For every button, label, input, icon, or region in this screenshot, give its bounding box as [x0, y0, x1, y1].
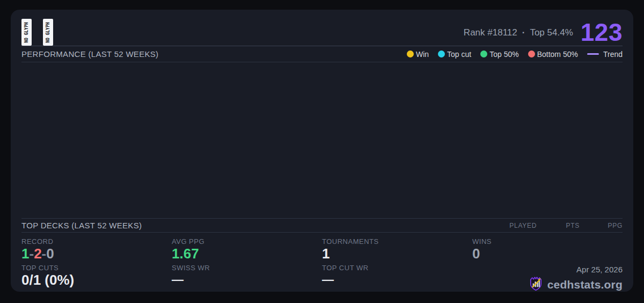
card-header: NO GLYPH NO GLYPH Rank #18112 · Top 54.4…: [21, 10, 623, 46]
swiss-wr-label: SWISS WR: [172, 264, 322, 272]
legend-item-win: Win: [407, 50, 429, 59]
swiss-wr-value: —: [172, 272, 322, 288]
page-background: NO GLYPH NO GLYPH Rank #18112 · Top 54.4…: [0, 0, 644, 303]
column-header-played: PLAYED: [494, 222, 537, 229]
top-cuts-label: TOP CUTS: [21, 264, 172, 272]
wins-value: 0: [472, 246, 623, 262]
legend-label: Top cut: [447, 50, 471, 59]
record-separator: -: [29, 246, 34, 262]
performance-section-header: PERFORMANCE (LAST 52 WEEKS) Win Top cut …: [21, 46, 623, 62]
legend-label: Bottom 50%: [537, 50, 578, 59]
tournaments-value: 1: [322, 246, 472, 262]
tournaments-label: TOURNAMENTS: [322, 237, 472, 246]
stats-column-3: TOURNAMENTS 1 TOP CUT WR —: [322, 237, 472, 293]
stats-column-2: AVG PPG 1.67 SWISS WR —: [172, 237, 322, 293]
color-identity-badges: NO GLYPH NO GLYPH: [21, 19, 53, 46]
avg-ppg-stat: AVG PPG 1.67: [172, 237, 322, 262]
rank-summary: Rank #18112 · Top 54.4% 123: [464, 21, 623, 46]
legend-item-top-cut: Top cut: [438, 50, 471, 59]
glyph-placeholder-badge: NO GLYPH: [21, 19, 32, 46]
bottom50-dot-icon: [528, 50, 535, 57]
brand-name: cedhstats.org: [547, 278, 623, 291]
trend-line-icon: [587, 53, 599, 55]
top-cut-wr-stat: TOP CUT WR —: [322, 264, 472, 288]
legend-label: Top 50%: [489, 50, 518, 59]
top-decks-column-headers: PLAYED PTS PPG: [494, 222, 623, 229]
report-date: Apr 25, 2026: [576, 265, 623, 274]
stats-column-1: RECORD 1-2-0 TOP CUTS 0/1 (0%): [21, 237, 172, 293]
card-footer: Apr 25, 2026: [472, 264, 623, 293]
wins-label: WINS: [472, 237, 623, 246]
glyph-placeholder-label: NO GLYPH: [24, 22, 29, 43]
top-decks-section-header: TOP DECKS (LAST 52 WEEKS) PLAYED PTS PPG: [21, 219, 623, 233]
record-stat: RECORD 1-2-0: [21, 237, 172, 262]
top-cut-wr-label: TOP CUT WR: [322, 264, 472, 272]
performance-title: PERFORMANCE (LAST 52 WEEKS): [21, 49, 158, 59]
legend-item-trend: Trend: [587, 50, 623, 59]
legend-label: Win: [416, 50, 429, 59]
cedhstats-shield-logo-icon: [529, 276, 543, 293]
glyph-placeholder-label: NO GLYPH: [46, 22, 50, 43]
dot-separator: ·: [522, 27, 525, 38]
player-stats-card: NO GLYPH NO GLYPH Rank #18112 · Top 54.4…: [11, 10, 633, 292]
column-header-pts: PTS: [537, 222, 580, 229]
points-value: 123: [581, 21, 623, 45]
record-label: RECORD: [21, 237, 172, 246]
tournaments-stat: TOURNAMENTS 1: [322, 237, 472, 262]
legend-item-top50: Top 50%: [480, 50, 518, 59]
rank-text: Rank #18112: [464, 27, 517, 38]
record-wins: 1: [21, 246, 29, 262]
wins-stat: WINS 0: [472, 237, 623, 262]
avg-ppg-label: AVG PPG: [172, 237, 322, 246]
top-cuts-stat: TOP CUTS 0/1 (0%): [21, 264, 172, 288]
legend-item-bottom50: Bottom 50%: [528, 50, 578, 59]
top-cut-wr-value: —: [322, 272, 472, 288]
top-cuts-value: 0/1 (0%): [21, 272, 172, 288]
legend-label: Trend: [603, 50, 623, 59]
swiss-wr-stat: SWISS WR —: [172, 264, 322, 288]
stats-column-4: WINS 0 Apr 25, 2026: [472, 237, 623, 293]
top50-dot-icon: [480, 50, 487, 57]
avg-ppg-value: 1.67: [172, 246, 322, 262]
performance-legend: Win Top cut Top 50% Bottom 50% Trend: [407, 50, 623, 59]
glyph-placeholder-badge: NO GLYPH: [43, 19, 53, 46]
brand: cedhstats.org: [529, 276, 623, 293]
win-dot-icon: [407, 50, 414, 57]
top-percent-text: Top 54.4%: [530, 27, 573, 38]
record-value: 1-2-0: [21, 246, 172, 262]
stats-grid: RECORD 1-2-0 TOP CUTS 0/1 (0%) AVG PPG 1…: [21, 233, 623, 293]
record-draws: 0: [46, 246, 54, 262]
record-separator: -: [42, 246, 47, 262]
top-cut-dot-icon: [438, 50, 445, 57]
performance-chart: [21, 62, 623, 219]
record-losses: 2: [34, 246, 41, 262]
column-header-ppg: PPG: [580, 222, 623, 229]
top-decks-title: TOP DECKS (LAST 52 WEEKS): [21, 221, 142, 230]
